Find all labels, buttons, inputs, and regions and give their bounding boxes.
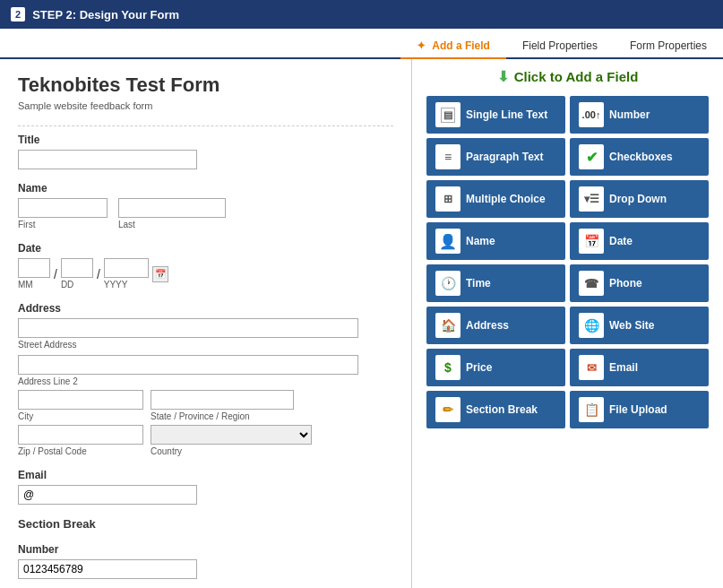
city-group: City (18, 390, 143, 421)
form-subtitle: Sample website feedback form (18, 100, 393, 111)
date-dd-label: DD (61, 280, 93, 290)
state-group: State / Province / Region (151, 390, 294, 421)
time-btn-icon: 🕐 (435, 271, 460, 296)
header-bar: 2 STEP 2: Design Your Form (0, 0, 723, 29)
date-sep-2: / (97, 267, 100, 281)
add-number-button[interactable]: .00↑ Number (570, 96, 709, 134)
number-label: Number (18, 543, 393, 556)
date-mm-label: MM (18, 280, 50, 290)
field-group-address: Address Street Address Address Line 2 Ci… (18, 302, 393, 456)
drop-down-icon: ▾☰ (579, 186, 604, 212)
address-street-input[interactable] (18, 318, 358, 338)
number-btn-icon: .00↑ (579, 102, 604, 127)
date-row: MM / DD / YYYY 📅 (18, 258, 393, 290)
address-line2-input[interactable] (18, 355, 358, 375)
right-panel: ⬇ Click to Add a Field ▤ Single Line Tex… (412, 59, 723, 588)
section-break-label: Section Break (18, 517, 393, 531)
tab-field-properties[interactable]: Field Properties (506, 34, 614, 57)
left-panel: Teknobites Test Form Sample website feed… (0, 59, 412, 588)
arrow-down-icon: ⬇ (497, 68, 509, 85)
address-city-state-row: City State / Province / Region (18, 390, 393, 421)
phone-btn-icon: ☎ (579, 271, 604, 296)
name-last-label: Last (118, 220, 226, 229)
add-phone-button[interactable]: ☎ Phone (570, 264, 709, 302)
field-group-email: Email (18, 469, 393, 505)
country-select[interactable] (151, 425, 312, 445)
date-yyyy-input[interactable] (104, 258, 149, 278)
add-paragraph-text-button[interactable]: ≡ Paragraph Text (426, 138, 565, 176)
date-label: Date (18, 242, 393, 255)
name-first-input[interactable] (18, 198, 108, 218)
add-time-button[interactable]: 🕐 Time (426, 264, 565, 302)
name-last-input[interactable] (118, 198, 226, 218)
field-grid: ▤ Single Line Text .00↑ Number ≡ Paragra… (426, 96, 709, 428)
zip-input[interactable] (18, 425, 143, 445)
zip-group: Zip / Postal Code (18, 425, 143, 456)
tab-add-field-icon: ✦ (417, 39, 426, 52)
file-upload-btn-icon: 📋 (579, 397, 604, 422)
field-group-number: Number (18, 543, 393, 579)
title-input[interactable] (18, 150, 197, 169)
address-btn-icon: 🏠 (435, 313, 460, 338)
name-last-group: Last (118, 198, 226, 229)
field-group-section-break: Section Break (18, 517, 393, 531)
divider-top (18, 125, 393, 126)
date-dd-input[interactable] (61, 258, 93, 278)
add-single-line-text-button[interactable]: ▤ Single Line Text (426, 96, 565, 134)
tab-form-properties[interactable]: Form Properties (614, 34, 723, 57)
add-name-button[interactable]: 👤 Name (426, 222, 565, 260)
address-street-label: Street Address (18, 340, 393, 350)
form-title: Teknobites Test Form (18, 74, 393, 97)
email-label: Email (18, 469, 393, 481)
header-title: STEP 2: Design Your Form (32, 8, 179, 22)
date-dd-group: DD (61, 258, 93, 290)
add-email-button[interactable]: ✉ Email (570, 349, 709, 386)
add-date-button[interactable]: 📅 Date (570, 222, 709, 260)
title-label: Title (18, 134, 393, 146)
date-btn-icon: 📅 (579, 229, 604, 254)
number-input[interactable] (18, 559, 197, 579)
add-section-break-button[interactable]: ✏ Section Break (426, 391, 565, 428)
name-first-group: First (18, 198, 108, 229)
field-group-title: Title (18, 134, 393, 169)
zip-label: Zip / Postal Code (18, 446, 143, 456)
name-first-label: First (18, 220, 108, 229)
city-input[interactable] (18, 390, 143, 410)
country-label: Country (151, 446, 312, 456)
field-group-name: Name First Last (18, 182, 393, 229)
section-break-btn-icon: ✏ (435, 397, 460, 422)
add-checkboxes-button[interactable]: ✔ Checkboxes (570, 138, 709, 176)
address-zip-country-row: Zip / Postal Code Country (18, 425, 393, 456)
email-input[interactable] (18, 485, 197, 505)
address-label: Address (18, 302, 393, 315)
email-btn-icon: ✉ (579, 355, 604, 380)
calendar-icon[interactable]: 📅 (152, 266, 168, 282)
multiple-choice-icon: ⊞ (435, 186, 460, 212)
step-icon: 2 (11, 7, 25, 22)
add-drop-down-button[interactable]: ▾☰ Drop Down (570, 180, 709, 218)
add-file-upload-button[interactable]: 📋 File Upload (570, 391, 709, 428)
name-btn-icon: 👤 (435, 229, 460, 254)
add-field-header: ⬇ Click to Add a Field (426, 68, 709, 85)
name-row: First Last (18, 198, 393, 229)
state-label: State / Province / Region (151, 411, 294, 421)
add-website-button[interactable]: 🌐 Web Site (570, 307, 709, 344)
state-input[interactable] (151, 390, 294, 410)
main-layout: Teknobites Test Form Sample website feed… (0, 59, 723, 588)
price-btn-icon: $ (435, 355, 460, 380)
date-mm-input[interactable] (18, 258, 50, 278)
add-price-button[interactable]: $ Price (426, 349, 565, 386)
name-label: Name (18, 182, 393, 195)
country-group: Country (151, 425, 312, 456)
checkboxes-icon: ✔ (579, 144, 604, 169)
tab-bar: ✦ Add a Field Field Properties Form Prop… (0, 29, 723, 59)
field-group-date: Date MM / DD / YYYY 📅 (18, 242, 393, 290)
add-multiple-choice-button[interactable]: ⊞ Multiple Choice (426, 180, 565, 218)
date-sep-1: / (54, 267, 57, 281)
date-mm-group: MM (18, 258, 50, 290)
tab-add-field[interactable]: ✦ Add a Field (400, 34, 506, 59)
date-yyyy-group: YYYY (104, 258, 149, 290)
website-btn-icon: 🌐 (579, 313, 604, 338)
address-line2-label: Address Line 2 (18, 376, 393, 386)
add-address-button[interactable]: 🏠 Address (426, 307, 565, 344)
